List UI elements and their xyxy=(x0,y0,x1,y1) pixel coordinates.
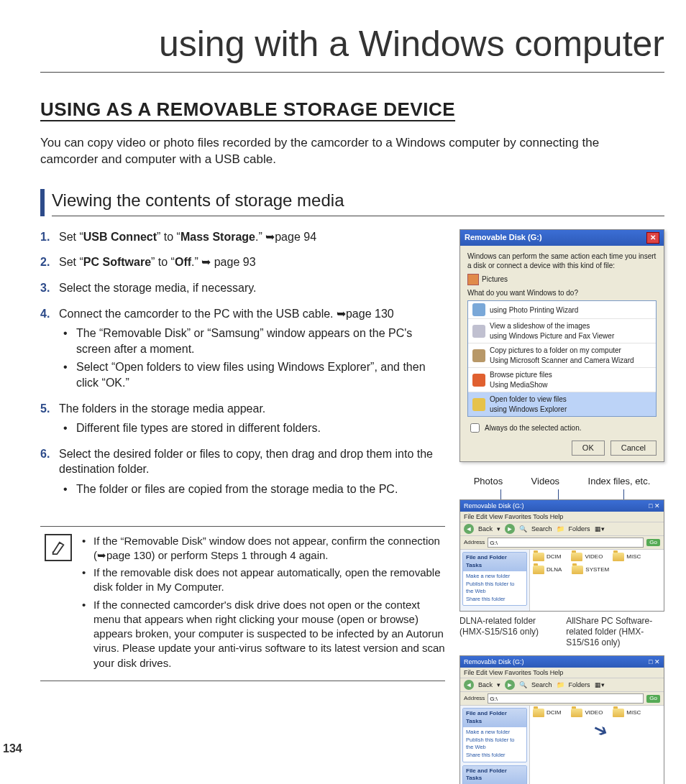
explorer-toolbar[interactable]: ◄Back ▾ ► 🔍Search 📁Folders ▦▾ xyxy=(460,678,664,692)
ok-button[interactable]: OK xyxy=(572,441,605,456)
annot-dlna: DLNA-related folder (HMX-S15/S16 only) xyxy=(459,616,558,648)
forward-icon[interactable]: ► xyxy=(505,680,515,690)
intro-paragraph: You can copy video or photo files record… xyxy=(40,135,630,168)
steps-list: Set “USB Connect” to “Mass Storage.” ➥pa… xyxy=(40,229,445,497)
callout-photos: Photos xyxy=(474,475,503,488)
page-number: 134 xyxy=(3,741,22,757)
annot-allshare: AllShare PC Software-related folder (HMX… xyxy=(566,616,664,648)
step-5: The folders in the storage media appear.… xyxy=(40,401,445,436)
go-button[interactable]: Go xyxy=(646,539,660,547)
step-5-sub-1: Different file types are stored in diffe… xyxy=(63,420,445,436)
address-input[interactable] xyxy=(488,693,644,704)
forward-icon[interactable]: ► xyxy=(505,524,515,534)
section-heading: USING AS A REMOVABLE STORAGE DEVICE xyxy=(40,97,664,122)
accent-bar xyxy=(40,189,45,216)
folder-misc[interactable]: MISC xyxy=(613,709,641,717)
cancel-button[interactable]: Cancel xyxy=(610,441,657,456)
task-item[interactable]: Make a new folder xyxy=(466,573,523,580)
step-3: Select the storage media, if necessary. xyxy=(40,280,445,296)
mediashow-icon xyxy=(472,374,485,387)
go-button[interactable]: Go xyxy=(646,695,660,703)
step-1: Set “USB Connect” to “Mass Storage.” ➥pa… xyxy=(40,229,445,245)
always-checkbox[interactable] xyxy=(470,423,480,433)
back-icon[interactable]: ◄ xyxy=(464,680,474,690)
task-header: File and Folder Tasks xyxy=(463,553,526,571)
folder-icon xyxy=(533,553,544,561)
folder-dcim[interactable]: DCIM xyxy=(533,553,561,561)
back-icon[interactable]: ◄ xyxy=(464,524,474,534)
step-2: Set “PC Software” to “Off.” ➥ page 93 xyxy=(40,254,445,270)
note-2: If the removable disk does not appear au… xyxy=(82,566,445,595)
folder-icon xyxy=(571,553,582,561)
task-panel-2: File and Folder Tasks Make a new folder … xyxy=(462,765,527,785)
camera-icon xyxy=(472,349,485,362)
opt-slideshow[interactable]: View a slideshow of the imagesusing Wind… xyxy=(468,319,656,343)
folder-icon xyxy=(472,398,485,411)
folder-annotations: DLNA-related folder (HMX-S15/S16 only) A… xyxy=(459,616,664,648)
explorer-title: Removable Disk (G:) xyxy=(464,658,524,666)
always-label: Always do the selected action. xyxy=(485,423,582,433)
action-list[interactable]: using Photo Printing Wizard View a slide… xyxy=(467,300,657,417)
folder-dlna[interactable]: DLNA xyxy=(533,566,562,574)
opt-print[interactable]: using Photo Printing Wizard xyxy=(468,301,656,319)
slideshow-icon xyxy=(472,325,485,338)
task-item[interactable]: Share this folder xyxy=(466,752,523,759)
explorer-menubar[interactable]: File Edit View Favorites Tools Help xyxy=(460,668,664,678)
folder-callouts: Photos Videos Index files, etc. xyxy=(459,475,664,488)
folder-icon xyxy=(613,553,624,561)
explorer-title: Removable Disk (G:) xyxy=(464,502,524,510)
dialog-title: Removable Disk (G:) xyxy=(465,232,542,243)
folder-misc[interactable]: MISC xyxy=(613,553,641,561)
note-3: If the connected camcorder's disk drive … xyxy=(82,598,445,670)
task-panel: File and Folder Tasks Make a new folder … xyxy=(462,552,527,606)
drag-arrow-icon: ➔ xyxy=(589,717,612,744)
step-6: Select the desired folder or files to co… xyxy=(40,446,445,497)
opt-open-folder[interactable]: Open folder to view filesusing Windows E… xyxy=(468,392,656,416)
step-4-sub-1: The “Removable Disk” or “Samsung” window… xyxy=(63,326,445,356)
note-1: If the “Removable Disk” window does not … xyxy=(82,534,445,563)
callout-index: Index files, etc. xyxy=(588,475,651,488)
note-icon xyxy=(45,534,72,561)
folder-icon xyxy=(572,566,583,574)
step-4-sub-2: Select “Open folders to view files using… xyxy=(63,359,445,390)
task-item[interactable]: Share this folder xyxy=(466,596,523,603)
sub-heading: Viewing the contents of storage media xyxy=(52,189,664,216)
explorer-menubar[interactable]: File Edit View Favorites Tools Help xyxy=(460,512,664,522)
address-input[interactable] xyxy=(488,538,644,548)
explorer-window-1: Removable Disk (G:)□ ✕ File Edit View Fa… xyxy=(459,499,664,612)
folder-dcim[interactable]: DCIM xyxy=(533,709,561,717)
task-item[interactable]: Publish this folder to the Web xyxy=(466,737,523,751)
step-4: Connect the camcorder to the PC with the… xyxy=(40,306,445,391)
filetype-label: Pictures xyxy=(482,275,508,283)
dialog-msg-2: What do you want Windows to do? xyxy=(467,288,657,298)
close-icon[interactable]: ✕ xyxy=(646,232,659,244)
page-title: using with a Windows computer xyxy=(40,20,664,73)
explorer-toolbar[interactable]: ◄Back ▾ ► 🔍Search 📁Folders ▦▾ xyxy=(460,522,664,536)
folder-system[interactable]: SYSTEM xyxy=(572,566,609,574)
task-item[interactable]: Publish this folder to the Web xyxy=(466,581,523,595)
autoplay-dialog: Removable Disk (G:) ✕ Windows can perfor… xyxy=(459,229,664,462)
dialog-msg-1: Windows can perform the same action each… xyxy=(467,252,657,271)
callout-videos: Videos xyxy=(531,475,560,488)
folder-icon xyxy=(533,566,544,574)
step-6-sub-1: The folder or files are copied from the … xyxy=(63,481,445,497)
task-panel: File and Folder Tasks Make a new folder … xyxy=(462,708,527,762)
explorer-window-2: Removable Disk (G:)□ ✕ File Edit View Fa… xyxy=(459,655,664,784)
task-item[interactable]: Make a new folder xyxy=(466,729,523,736)
folder-video[interactable]: VIDEO xyxy=(571,553,603,561)
printer-icon xyxy=(472,303,485,316)
pictures-icon xyxy=(467,274,479,285)
window-controls[interactable]: □ ✕ xyxy=(649,658,660,666)
opt-copy[interactable]: Copy pictures to a folder on my computer… xyxy=(468,343,656,368)
address-label: Address xyxy=(464,539,485,547)
note-box: If the “Removable Disk” window does not … xyxy=(40,526,445,681)
window-controls[interactable]: □ ✕ xyxy=(649,502,660,510)
opt-browse[interactable]: Browse picture filesUsing MediaShow xyxy=(468,368,656,392)
callout-lines xyxy=(459,489,664,499)
